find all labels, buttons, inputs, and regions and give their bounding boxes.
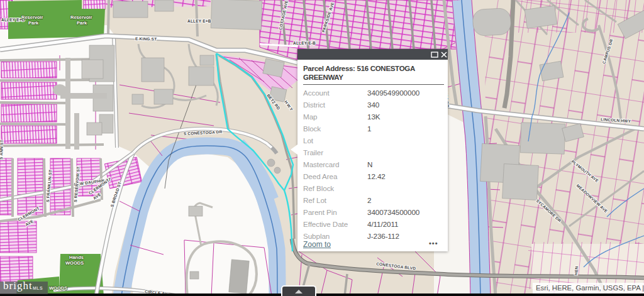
svg-text:Reservoir: Reservoir: [70, 14, 92, 20]
svg-text:HEN: HEN: [574, 266, 579, 275]
svg-text:ALLEY E+B: ALLEY E+B: [187, 19, 211, 23]
svg-text:Park: Park: [28, 20, 39, 26]
svg-text:ALLEY E-B: ALLEY E-B: [293, 41, 316, 45]
svg-text:Reservoir: Reservoir: [21, 14, 43, 20]
svg-text:E KING ST: E KING ST: [135, 36, 157, 41]
svg-text:WOODS: WOODS: [65, 260, 84, 266]
svg-text:Hands: Hands: [69, 255, 84, 260]
svg-text:WOODS: WOODS: [49, 285, 67, 291]
svg-text:Park: Park: [77, 20, 87, 26]
